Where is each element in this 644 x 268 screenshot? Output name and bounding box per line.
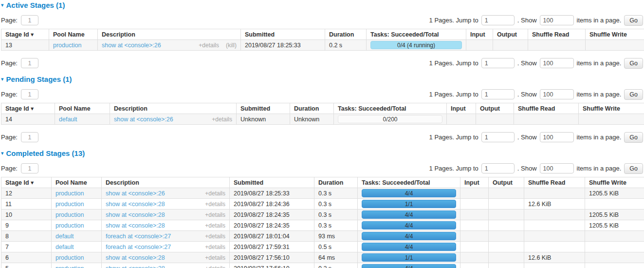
go-button[interactable]: Go — [624, 58, 643, 69]
column-header[interactable]: Duration — [314, 177, 358, 188]
section-heading-active[interactable]: ▾Active Stages (1) — [1, 1, 643, 9]
show-items-input[interactable] — [540, 89, 574, 99]
show-items-input[interactable] — [540, 132, 574, 142]
column-header[interactable]: Shuffle Write — [586, 29, 644, 40]
pool-name-link[interactable]: production — [55, 222, 84, 229]
page-number-input[interactable] — [21, 89, 38, 99]
output-cell — [489, 263, 524, 268]
column-header[interactable]: Submitted — [230, 177, 314, 188]
description-link[interactable]: show at <console>:26 — [114, 116, 173, 123]
shuffle-read-cell — [524, 210, 585, 220]
tasks-cell: 4/4 — [358, 188, 460, 199]
pool-name-link[interactable]: production — [55, 254, 84, 261]
description-cell-inner: foreach at <console>:27+details — [106, 233, 225, 240]
column-header[interactable]: Tasks: Succeeded/Total — [334, 103, 447, 114]
section-heading-pending[interactable]: ▾Pending Stages (1) — [1, 75, 643, 83]
pagination-right: 1 Pages. Jump to. Showitems in a page.Go — [429, 163, 643, 174]
pool-name-link[interactable]: default — [55, 244, 74, 250]
column-header[interactable]: Shuffle Read — [514, 103, 579, 114]
column-header[interactable]: Shuffle Write — [579, 103, 644, 114]
column-header[interactable]: Description — [110, 103, 237, 114]
column-header[interactable]: Shuffle Read — [524, 177, 585, 188]
jump-to-page-input[interactable] — [481, 132, 515, 142]
details-link[interactable]: +details — [205, 201, 225, 208]
go-button[interactable]: Go — [624, 163, 643, 174]
submitted-cell: 2019/08/27 18:01:04 — [230, 231, 314, 242]
description-link[interactable]: show at <console>:28 — [106, 211, 165, 218]
description-link[interactable]: show at <console>:28 — [106, 265, 165, 268]
column-header[interactable]: Output — [476, 103, 514, 114]
column-header[interactable]: Description — [98, 29, 241, 40]
column-header[interactable]: Stage Id ▾ — [1, 177, 52, 188]
column-header[interactable]: Submitted — [241, 29, 325, 40]
stages-table: Stage Id ▾Pool NameDescriptionSubmittedD… — [1, 103, 644, 125]
pool-name-link[interactable]: default — [59, 116, 77, 123]
go-button[interactable]: Go — [624, 15, 643, 26]
description-link[interactable]: foreach at <console>:27 — [106, 233, 171, 240]
jump-to-page-input[interactable] — [481, 163, 515, 173]
description-link[interactable]: show at <console>:26 — [102, 42, 161, 49]
description-link[interactable]: show at <console>:28 — [106, 254, 165, 261]
column-header[interactable]: Shuffle Write — [585, 177, 644, 188]
show-items-input[interactable] — [540, 15, 574, 25]
show-items-input[interactable] — [540, 163, 574, 173]
column-header[interactable]: Duration — [290, 103, 334, 114]
column-header[interactable]: Tasks: Succeeded/Total — [358, 177, 460, 188]
column-header[interactable]: Input — [466, 29, 493, 40]
pool-name-link[interactable]: production — [55, 211, 84, 218]
items-per-page-label: items in a page. — [577, 59, 622, 67]
column-header[interactable]: Pool Name — [55, 103, 110, 114]
page-number-input[interactable] — [21, 58, 38, 68]
pool-name-link[interactable]: default — [55, 233, 74, 240]
jump-to-page-input[interactable] — [481, 58, 515, 68]
details-link[interactable]: +details — [205, 222, 225, 229]
column-header[interactable]: Input — [460, 177, 489, 188]
column-header[interactable]: Output — [489, 177, 524, 188]
show-items-input[interactable] — [540, 58, 574, 68]
go-button[interactable]: Go — [624, 89, 643, 100]
table-row: 10productionshow at <console>:28+details… — [1, 210, 644, 220]
column-header[interactable]: Description — [102, 177, 230, 188]
jump-to-page-input[interactable] — [481, 89, 515, 99]
column-header[interactable]: Duration — [325, 29, 367, 40]
column-header[interactable]: Pool Name — [52, 177, 102, 188]
column-header[interactable]: Tasks: Succeeded/Total — [367, 29, 466, 40]
details-link[interactable]: +details — [199, 42, 219, 49]
details-link[interactable]: +details — [205, 211, 225, 218]
page-number-input[interactable] — [21, 132, 38, 142]
description-link[interactable]: show at <console>:28 — [106, 222, 165, 229]
output-cell — [489, 252, 524, 263]
details-link[interactable]: +details — [205, 265, 225, 268]
tasks-progress-bar: 4/4 — [362, 211, 456, 219]
jump-to-page-input[interactable] — [481, 15, 515, 25]
kill-link[interactable]: (kill) — [226, 42, 237, 49]
column-header[interactable]: Pool Name — [49, 29, 98, 40]
pool-name-link[interactable]: production — [55, 265, 84, 268]
column-header[interactable]: Output — [493, 29, 528, 40]
column-header[interactable]: Shuffle Read — [528, 29, 586, 40]
description-cell-inner: show at <console>:26+details — [106, 190, 225, 197]
tasks-progress-bar: 4/4 — [362, 264, 456, 268]
column-header[interactable]: Input — [447, 103, 476, 114]
description-link[interactable]: show at <console>:26 — [106, 190, 165, 197]
stages-table: Stage Id ▾Pool NameDescriptionSubmittedD… — [1, 177, 644, 268]
details-link[interactable]: +details — [205, 190, 225, 197]
details-link[interactable]: +details — [205, 254, 225, 261]
details-link[interactable]: +details — [205, 244, 225, 250]
description-link[interactable]: foreach at <console>:27 — [106, 244, 171, 250]
pool-name-link[interactable]: production — [55, 201, 84, 208]
pool-name-link[interactable]: production — [55, 190, 84, 197]
page-number-input[interactable] — [21, 15, 38, 25]
section-heading-completed[interactable]: ▾Completed Stages (13) — [1, 149, 643, 157]
column-header[interactable]: Submitted — [237, 103, 290, 114]
description-link[interactable]: show at <console>:28 — [106, 201, 165, 208]
column-header[interactable]: Stage Id ▾ — [1, 103, 55, 114]
show-label: . Show — [517, 17, 537, 24]
details-link[interactable]: +details — [212, 116, 232, 123]
pool-name-link[interactable]: production — [53, 42, 81, 49]
details-link[interactable]: +details — [205, 233, 225, 240]
page-number-input[interactable] — [21, 163, 38, 173]
column-header[interactable]: Stage Id ▾ — [1, 29, 49, 40]
description-cell: show at <console>:26+details(kill) — [98, 40, 241, 51]
go-button[interactable]: Go — [624, 132, 643, 143]
